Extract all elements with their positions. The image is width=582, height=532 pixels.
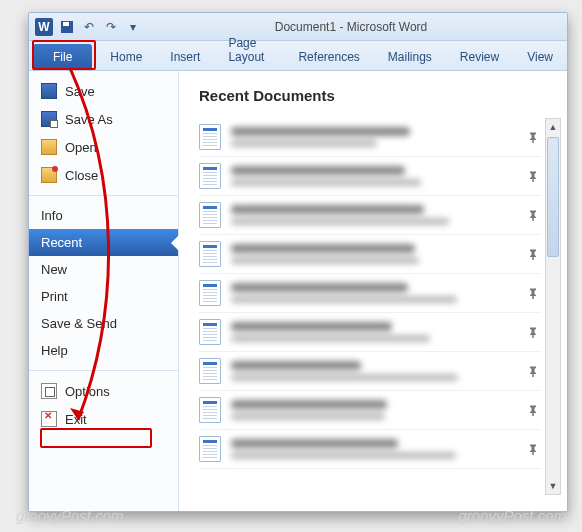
sidebar-separator (29, 370, 178, 371)
recent-document-meta (231, 439, 515, 459)
qat-customize-icon[interactable]: ▾ (125, 19, 141, 35)
exit-icon (41, 411, 57, 427)
pin-icon[interactable] (525, 324, 541, 340)
sidebar-item-label: Save (65, 84, 95, 99)
recent-document-meta (231, 283, 515, 303)
word-window: W ↶ ↷ ▾ Document1 - Microsoft Word File … (28, 12, 568, 512)
sidebar-item-label: Help (41, 343, 68, 358)
recent-document-meta (231, 322, 515, 342)
ribbon-tabs: File Home Insert Page Layout References … (29, 41, 567, 71)
sidebar-item-options[interactable]: Options (29, 377, 178, 405)
recent-document-meta (231, 205, 515, 225)
recent-document-meta (231, 400, 515, 420)
titlebar: W ↶ ↷ ▾ Document1 - Microsoft Word (29, 13, 567, 41)
tab-home[interactable]: Home (96, 44, 156, 70)
recent-document-row[interactable] (199, 274, 541, 313)
recent-document-meta (231, 244, 515, 264)
recent-documents-list: ▲ ▼ (199, 118, 563, 495)
window-title: Document1 - Microsoft Word (141, 20, 561, 34)
sidebar-item-label: Info (41, 208, 63, 223)
watermark-bottom-left: groovyPost.com (16, 507, 124, 524)
sidebar-item-exit[interactable]: Exit (29, 405, 178, 433)
backstage-body: Save Save As Open Close Info Recent (29, 71, 567, 511)
sidebar-item-label: Close (65, 168, 98, 183)
recent-document-row[interactable] (199, 313, 541, 352)
recent-document-row[interactable] (199, 430, 541, 469)
tab-review[interactable]: Review (446, 44, 513, 70)
word-document-icon (199, 202, 221, 228)
tab-mailings[interactable]: Mailings (374, 44, 446, 70)
backstage-sidebar: Save Save As Open Close Info Recent (29, 71, 179, 511)
scroll-up-icon[interactable]: ▲ (546, 119, 560, 135)
folder-open-icon (41, 139, 57, 155)
pin-icon[interactable] (525, 207, 541, 223)
word-document-icon (199, 163, 221, 189)
tab-insert[interactable]: Insert (156, 44, 214, 70)
pin-icon[interactable] (525, 129, 541, 145)
options-icon (41, 383, 57, 399)
recent-document-row[interactable] (199, 352, 541, 391)
sidebar-item-open[interactable]: Open (29, 133, 178, 161)
sidebar-separator (29, 195, 178, 196)
word-document-icon (199, 436, 221, 462)
recent-document-row[interactable] (199, 391, 541, 430)
word-app-icon: W (35, 18, 53, 36)
sidebar-item-label: Open (65, 140, 97, 155)
save-icon (41, 83, 57, 99)
qat-save-icon[interactable] (59, 19, 75, 35)
sidebar-item-savesend[interactable]: Save & Send (29, 310, 178, 337)
pin-icon[interactable] (525, 246, 541, 262)
word-document-icon (199, 397, 221, 423)
word-document-icon (199, 358, 221, 384)
sidebar-item-print[interactable]: Print (29, 283, 178, 310)
watermark-bottom-right: groovyPost.com (458, 507, 566, 524)
sidebar-item-label: Print (41, 289, 68, 304)
recent-document-row[interactable] (199, 235, 541, 274)
pin-icon[interactable] (525, 441, 541, 457)
recent-document-meta (231, 127, 515, 147)
word-document-icon (199, 241, 221, 267)
quick-access-toolbar: ↶ ↷ ▾ (59, 19, 141, 35)
sidebar-item-new[interactable]: New (29, 256, 178, 283)
backstage-main: Recent Documents ▲ ▼ (179, 71, 567, 511)
sidebar-item-info[interactable]: Info (29, 202, 178, 229)
title-app: Microsoft Word (347, 20, 427, 34)
word-document-icon (199, 319, 221, 345)
sidebar-item-label: Save & Send (41, 316, 117, 331)
pin-icon[interactable] (525, 285, 541, 301)
recent-document-meta (231, 361, 515, 381)
recent-documents-heading: Recent Documents (199, 87, 563, 104)
svg-rect-1 (63, 22, 69, 26)
sidebar-item-label: Save As (65, 112, 113, 127)
recent-document-row[interactable] (199, 118, 541, 157)
folder-close-icon (41, 167, 57, 183)
pin-icon[interactable] (525, 402, 541, 418)
sidebar-item-close[interactable]: Close (29, 161, 178, 189)
tab-view[interactable]: View (513, 44, 567, 70)
word-document-icon (199, 124, 221, 150)
scrollbar-vertical[interactable]: ▲ ▼ (545, 118, 561, 495)
scroll-down-icon[interactable]: ▼ (546, 478, 560, 494)
recent-document-row[interactable] (199, 157, 541, 196)
sidebar-item-label: Exit (65, 412, 87, 427)
sidebar-item-label: Options (65, 384, 110, 399)
sidebar-item-label: Recent (41, 235, 82, 250)
tab-file[interactable]: File (33, 44, 92, 70)
sidebar-item-saveas[interactable]: Save As (29, 105, 178, 133)
pin-icon[interactable] (525, 363, 541, 379)
recent-document-meta (231, 166, 515, 186)
word-document-icon (199, 280, 221, 306)
tab-page-layout[interactable]: Page Layout (214, 30, 284, 70)
qat-redo-icon[interactable]: ↷ (103, 19, 119, 35)
qat-undo-icon[interactable]: ↶ (81, 19, 97, 35)
tab-references[interactable]: References (284, 44, 373, 70)
saveas-icon (41, 111, 57, 127)
sidebar-item-save[interactable]: Save (29, 77, 178, 105)
sidebar-item-help[interactable]: Help (29, 337, 178, 364)
pin-icon[interactable] (525, 168, 541, 184)
scroll-thumb[interactable] (547, 137, 559, 257)
sidebar-item-label: New (41, 262, 67, 277)
sidebar-item-recent[interactable]: Recent (29, 229, 178, 256)
recent-document-row[interactable] (199, 196, 541, 235)
